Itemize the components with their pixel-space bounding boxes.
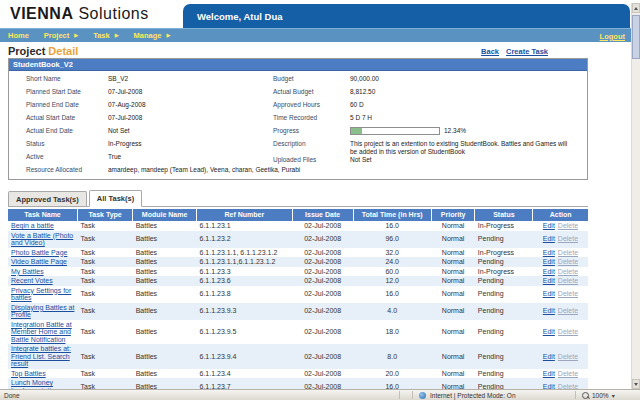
field-value: Not Set <box>350 156 372 164</box>
edit-link[interactable]: Edit <box>543 268 555 275</box>
cell-priority: Normal <box>431 221 475 231</box>
edit-link[interactable]: Edit <box>543 277 555 284</box>
delete-link[interactable]: Delete <box>558 249 578 256</box>
scrollbar-thumb[interactable] <box>632 15 640 59</box>
delete-link[interactable]: Delete <box>558 307 578 314</box>
field-value: 60 D <box>350 101 364 109</box>
field-label: Planned Start Date <box>26 88 108 96</box>
delete-link[interactable]: Delete <box>558 235 578 242</box>
cell-total-time: 60.0 <box>353 267 431 277</box>
col-header-ref-number: Ref Number <box>196 209 292 221</box>
task-link[interactable]: Vote a Battle (Photo and Video) <box>11 232 73 247</box>
nav-item-home[interactable]: Home <box>8 31 29 40</box>
edit-link[interactable]: Edit <box>543 290 555 297</box>
zoom-control[interactable]: 100% ▾ <box>582 392 640 399</box>
magnifier-icon <box>582 392 589 399</box>
table-row: Privacy Settings for battlesTaskBattles6… <box>8 286 588 303</box>
cell-issue-date: 02-Jul-2008 <box>292 320 353 345</box>
nav-bar: HomeProject▶Task▶Manage▶ Logout <box>0 28 631 42</box>
field-label: Resource Allocated <box>26 166 108 174</box>
delete-link[interactable]: Delete <box>558 277 578 284</box>
delete-link[interactable]: Delete <box>558 370 578 377</box>
cell-task-type: Task <box>78 248 133 258</box>
page-title-accent: Detail <box>48 45 78 57</box>
cell-task-name: Lunch Money Implementation <box>8 378 78 389</box>
edit-link[interactable]: Edit <box>543 353 555 360</box>
field-label: Actual Start Date <box>26 114 108 122</box>
scroll-down-button[interactable] <box>632 379 640 389</box>
task-link[interactable]: Integration Battle at Member Home and Ba… <box>11 321 72 343</box>
task-link[interactable]: Privacy Settings for battles <box>11 287 71 302</box>
edit-link[interactable]: Edit <box>543 249 555 256</box>
table-row: Integration Battle at Member Home and Ba… <box>8 320 588 345</box>
nav-item-task[interactable]: Task▶ <box>93 31 118 40</box>
nav-item-label: Manage <box>134 31 162 40</box>
task-link[interactable]: Photo Battle Page <box>11 249 67 256</box>
field-row-actual-start-date: Actual Start Date07-Jul-2008 <box>26 114 276 127</box>
delete-link[interactable]: Delete <box>558 222 578 229</box>
nav-items: HomeProject▶Task▶Manage▶ <box>8 31 170 40</box>
welcome-text: Welcome, Atul Dua <box>197 11 283 22</box>
nav-item-project[interactable]: Project▶ <box>44 31 78 40</box>
delete-link[interactable]: Delete <box>558 268 578 275</box>
progress-fill <box>351 128 362 134</box>
cell-priority: Normal <box>431 369 475 379</box>
cell-action: EditDelete <box>533 248 588 258</box>
field-value: This project is an extention to existing… <box>350 140 572 156</box>
logout-link[interactable]: Logout <box>600 29 625 43</box>
task-link[interactable]: Recent Votes <box>11 277 53 284</box>
cell-total-time: 32.0 <box>353 248 431 258</box>
field-label: Time Recorded <box>273 114 350 122</box>
col-header-total-time-in-hrs: Total Time (in Hrs) <box>353 209 431 221</box>
cell-priority: Normal <box>431 320 475 345</box>
edit-link[interactable]: Edit <box>543 235 555 242</box>
task-link[interactable]: Top Battles <box>11 370 46 377</box>
tab-approved-task-s[interactable]: Approved Task(s) <box>8 191 87 206</box>
delete-link[interactable]: Delete <box>558 353 578 360</box>
task-link[interactable]: Integrate battles at: Friend List. Searc… <box>11 345 71 367</box>
cell-status: Pending <box>475 378 533 389</box>
edit-link[interactable]: Edit <box>543 258 555 265</box>
cell-issue-date: 02-Jul-2008 <box>292 231 353 248</box>
field-row-uploaded-files: Uploaded FilesNot Set <box>273 156 581 169</box>
cell-action: EditDelete <box>533 267 588 277</box>
task-link[interactable]: My Battles <box>11 268 44 275</box>
edit-link[interactable]: Edit <box>543 328 555 335</box>
delete-link[interactable]: Delete <box>558 328 578 335</box>
nav-item-manage[interactable]: Manage▶ <box>134 31 171 40</box>
delete-link[interactable]: Delete <box>558 258 578 265</box>
cell-action: EditDelete <box>533 257 588 267</box>
back-link[interactable]: Back <box>481 47 499 56</box>
cell-status: Pending <box>475 231 533 248</box>
cell-task-name: Recent Votes <box>8 276 78 286</box>
zoom-level: 100% <box>592 392 609 399</box>
cell-issue-date: 02-Jul-2008 <box>292 378 353 389</box>
vertical-scrollbar[interactable] <box>631 3 640 389</box>
cell-action: EditDelete <box>533 276 588 286</box>
tab-all-task-s[interactable]: All Task(s) <box>89 190 142 207</box>
task-link[interactable]: Video Battle Page <box>11 258 67 265</box>
table-row: My BattlesTaskBattles6.1.1.23.302-Jul-20… <box>8 267 588 277</box>
task-link[interactable]: Displaying Battles at Profile <box>11 304 74 319</box>
zoom-dropdown-icon[interactable]: ▾ <box>612 392 615 399</box>
col-header-status: Status <box>475 209 533 221</box>
create-task-link[interactable]: Create Task <box>506 47 548 56</box>
cell-issue-date: 02-Jul-2008 <box>292 221 353 231</box>
field-value: True <box>108 153 121 161</box>
task-link[interactable]: Begin a battle <box>11 222 54 229</box>
cell-priority: Normal <box>431 344 475 369</box>
edit-link[interactable]: Edit <box>543 370 555 377</box>
cell-status: In-Progress <box>475 248 533 258</box>
scroll-up-button[interactable] <box>632 3 640 13</box>
cell-status: Pending <box>475 276 533 286</box>
statusbar-divider <box>399 391 400 399</box>
delete-link[interactable]: Delete <box>558 290 578 297</box>
cell-action: EditDelete <box>533 286 588 303</box>
task-link[interactable]: Lunch Money Implementation <box>11 379 59 389</box>
edit-link[interactable]: Edit <box>543 307 555 314</box>
table-row: Video Battle PageTaskBattles6.1.1.23.1.1… <box>8 257 588 267</box>
detail-fields-left: Short NameSB_V2Planned Start Date07-Jul-… <box>26 75 276 179</box>
cell-total-time: 12.0 <box>353 276 431 286</box>
cell-task-name: Vote a Battle (Photo and Video) <box>8 231 78 248</box>
edit-link[interactable]: Edit <box>543 222 555 229</box>
